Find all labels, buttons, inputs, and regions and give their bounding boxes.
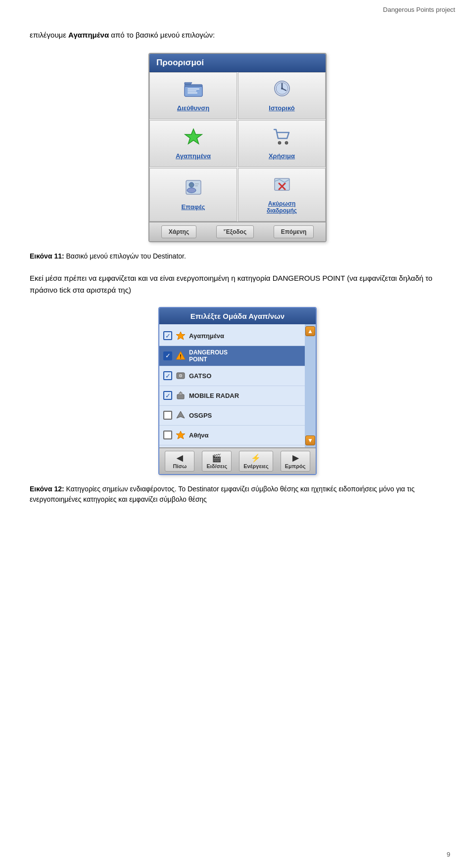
svg-point-16 [189, 182, 194, 187]
cat-icon-gatso [175, 370, 186, 381]
checkbox-mobile-radar[interactable]: ✓ [163, 391, 172, 400]
cat-item-favorites[interactable]: ✓ Αγαπημένα [159, 326, 305, 346]
screenshot-categories: Επιλέξτε Ομάδα Αγαπ/νων ✓ Αγαπημένα [30, 307, 445, 475]
actions-label: Ενέργειες [243, 463, 269, 469]
caption1-label: Εικόνα 11: [30, 252, 64, 260]
cat-icon-dangerous: ! [175, 350, 186, 361]
menu-item-contacts-label: Επαφές [181, 203, 205, 211]
menu-item-useful-label: Χρήσιμα [269, 152, 295, 160]
cat-item-osgps[interactable]: OSGPS [159, 406, 305, 426]
caption2-text: Κατηγορίες σημείων ενδιαφέροντος. [64, 485, 177, 493]
footer-btn-next[interactable]: Επόμενη [274, 225, 314, 238]
cat-label-osgps: OSGPS [189, 412, 212, 419]
svg-point-10 [281, 87, 283, 89]
menu-grid: Διεύθυνση Ιστορικό [149, 72, 326, 221]
svg-text:!: ! [180, 354, 181, 359]
cat-item-athens[interactable]: Αθήνα [159, 426, 305, 445]
cat-icon-athens [175, 430, 186, 440]
svg-marker-2 [185, 83, 192, 85]
svg-marker-32 [176, 431, 185, 439]
contacts-icon [184, 178, 203, 200]
forward-icon: ▶ [292, 453, 298, 463]
menu-item-address-label: Διεύθυνση [177, 104, 209, 112]
favorites-icon [184, 128, 203, 149]
cat-footer-btn-back[interactable]: ◀ Πίσω [165, 451, 194, 472]
svg-rect-3 [188, 88, 199, 89]
checkbox-osgps[interactable] [163, 411, 172, 420]
cat-body: ✓ Αγαπημένα ✓ [159, 324, 316, 447]
cat-label-mobile-radar: MOBILE RADAR [189, 392, 239, 399]
cat-item-gatso[interactable]: ✓ GATSO [159, 366, 305, 386]
scroll-up-arrow[interactable]: ▲ [305, 326, 315, 336]
caption2-label: Εικόνα 12: [30, 485, 64, 493]
middle-paragraph: Εκεί μέσα πρέπει να εμφανίζεται και να ε… [30, 272, 445, 296]
useful-icon [273, 128, 291, 149]
destinator-menu-panel: Προορισμοί Δι [148, 53, 327, 242]
menu-item-cancel-label: Ακύρωσηδιαδρομής [267, 200, 297, 214]
page-header: Dangerous Points project [383, 6, 455, 13]
svg-rect-4 [188, 90, 196, 91]
cat-footer-btn-actions[interactable]: ⚡ Ενέργειες [239, 451, 273, 472]
cat-footer: ◀ Πίσω 🎬 Ειδ/σεις ⚡ Ενέργειες ▶ Εμπρός [159, 447, 316, 474]
intro-text-before: επιλέγουμε [30, 31, 68, 39]
intro-bold: Αγαπημένα [68, 31, 109, 39]
menu-item-favorites[interactable]: Αγαπημένα [149, 120, 237, 167]
back-icon: ◀ [177, 453, 183, 463]
cat-label-dangerous: DANGEROUSPOINT [189, 349, 228, 363]
cat-list: ✓ Αγαπημένα ✓ [159, 324, 305, 447]
menu-item-contacts[interactable]: Επαφές [149, 168, 237, 221]
caption2: Εικόνα 12: Κατηγορίες σημείων ενδιαφέρον… [30, 484, 445, 505]
forward-label: Εμπρός [285, 463, 306, 469]
screenshot-destinator: Προορισμοί Δι [30, 53, 445, 242]
menu-item-cancel[interactable]: Ακύρωσηδιαδρομής [238, 168, 326, 221]
menu-item-history[interactable]: Ιστορικό [238, 72, 326, 119]
svg-rect-5 [188, 92, 197, 93]
main-content: επιλέγουμε Αγαπημένα από το βασικό μενού… [30, 30, 445, 505]
footer-btn-exit[interactable]: 'Έξοδος [216, 225, 254, 238]
address-icon [184, 80, 203, 101]
cat-label-favorites: Αγαπημένα [189, 332, 224, 340]
scroll-down-arrow[interactable]: ▼ [305, 435, 315, 445]
svg-point-12 [278, 141, 281, 144]
caption1-text: Βασικό μενού επιλογών του Destinator. [64, 252, 186, 260]
categories-panel: Επιλέξτε Ομάδα Αγαπ/νων ✓ Αγαπημένα [158, 307, 317, 475]
svg-point-28 [180, 375, 182, 377]
svg-rect-19 [195, 185, 198, 186]
shows-icon: 🎬 [212, 453, 222, 463]
cat-icon-mobile-radar [175, 390, 186, 401]
svg-rect-30 [179, 392, 182, 395]
cat-item-mobile-radar[interactable]: ✓ MOBILE RADAR [159, 386, 305, 406]
svg-marker-11 [185, 129, 202, 144]
intro-text-after: από το βασικό μενού επιλογών: [109, 31, 215, 39]
cat-label-athens: Αθήνα [189, 432, 209, 439]
cat-item-dangerous[interactable]: ✓ ! DANGEROUSPOINT [159, 346, 305, 366]
menu-item-history-label: Ιστορικό [269, 104, 294, 112]
cancel-icon [273, 175, 291, 197]
menu-footer: Χάρτης 'Έξοδος Επόμενη [149, 221, 326, 241]
checkbox-favorites[interactable]: ✓ [163, 331, 172, 340]
page-number: 9 [447, 851, 450, 858]
svg-marker-23 [176, 332, 185, 340]
menu-item-favorites-label: Αγαπημένα [176, 152, 211, 160]
footer-btn-map[interactable]: Χάρτης [161, 225, 196, 238]
caption1: Εικόνα 11: Βασικό μενού επιλογών του Des… [30, 251, 445, 261]
cat-header: Επιλέξτε Ομάδα Αγαπ/νων [159, 308, 316, 324]
history-icon [273, 80, 291, 101]
menu-item-address[interactable]: Διεύθυνση [149, 72, 237, 119]
cat-scrollbar: ▲ ▼ [305, 324, 316, 447]
cat-icon-favorites [175, 330, 186, 341]
menu-header: Προορισμοί [149, 54, 326, 72]
cat-icon-osgps [175, 410, 186, 421]
back-label: Πίσω [173, 463, 187, 469]
svg-rect-18 [195, 183, 199, 184]
checkbox-gatso[interactable]: ✓ [163, 371, 172, 380]
header-title: Dangerous Points project [383, 6, 455, 13]
menu-item-useful[interactable]: Χρήσιμα [238, 120, 326, 167]
shows-label: Ειδ/σεις [206, 463, 227, 469]
cat-label-gatso: GATSO [189, 372, 211, 380]
cat-footer-btn-shows[interactable]: 🎬 Ειδ/σεις [202, 451, 232, 472]
checkbox-dangerous[interactable]: ✓ [163, 351, 172, 360]
cat-footer-btn-forward[interactable]: ▶ Εμπρός [281, 451, 310, 472]
checkbox-athens[interactable] [163, 431, 172, 439]
svg-point-13 [285, 141, 288, 144]
